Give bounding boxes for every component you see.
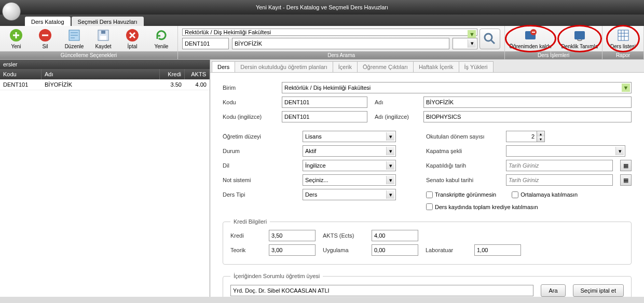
label-kredi: Kredi xyxy=(230,232,262,239)
module-tabs: Ders Katalog Seçmeli Ders Havuzları xyxy=(0,15,644,26)
ogretim-duzeyi-select[interactable]: Lisans▾ xyxy=(303,131,396,142)
label-dil: Dil xyxy=(223,162,295,169)
ders-tipi-select[interactable]: Ders▾ xyxy=(303,189,396,200)
refresh-icon xyxy=(154,28,169,43)
title-bar: Yeni Kayıt - Ders Katalog ve Seçmeli Der… xyxy=(0,0,644,15)
calendar-button[interactable]: ▦ xyxy=(620,174,632,186)
label-birim: Birim xyxy=(223,85,275,91)
search-type-select[interactable]: ▾ xyxy=(453,38,477,49)
spin-down-icon[interactable]: ▼ xyxy=(537,136,544,142)
tab-ogrenme-ciktilari[interactable]: Öğrenme Çıktıları xyxy=(357,61,414,72)
adi-input[interactable] xyxy=(423,97,632,108)
search-ad-input[interactable] xyxy=(232,38,449,49)
instructor-legend: İçeriğinden Sorumlu öğretim üyesi xyxy=(230,273,323,279)
window-title: Yeni Kayıt - Ders Katalog ve Seçmeli Der… xyxy=(256,4,388,10)
ribbon-group-label-report: Rapor xyxy=(602,51,643,59)
check-transkript[interactable]: Transkriptte görünmesin xyxy=(426,191,496,198)
kredi-legend: Kredi Bilgileri xyxy=(230,218,270,225)
chevron-down-icon: ▾ xyxy=(468,39,476,48)
label-adi: Adı xyxy=(375,99,416,105)
okutulan-donem-spinner[interactable]: ▲▼ xyxy=(506,131,545,142)
calendar-button[interactable]: ▦ xyxy=(620,160,632,171)
instructor-fieldset: İçeriğinden Sorumlu öğretim üyesi Ara Se… xyxy=(223,273,632,297)
kaydet-button[interactable]: Kaydet xyxy=(91,28,115,49)
tab-ogretim-planlari[interactable]: Dersin okutulduğu öğretim planları xyxy=(235,61,333,72)
chevron-down-icon: ▾ xyxy=(386,161,394,170)
svg-point-7 xyxy=(485,34,492,41)
label-senato-tarihi: Senato kabul tarihi xyxy=(426,177,499,183)
ders-listesi-button[interactable]: Ders listesi xyxy=(610,28,636,49)
label-not-sistemi: Not sistemi xyxy=(223,177,295,183)
kodu-en-input[interactable] xyxy=(282,111,367,122)
ogrenimden-kaldir-button[interactable]: Öğrenimden kaldır xyxy=(509,28,552,49)
tab-ders-katalog[interactable]: Ders Katalog xyxy=(25,17,71,26)
dil-select[interactable]: İngilizce▾ xyxy=(303,160,396,171)
grid-header-akts[interactable]: AKTS xyxy=(185,69,210,79)
svg-rect-11 xyxy=(618,30,628,40)
chevron-down-icon: ▾ xyxy=(386,132,394,141)
durum-select[interactable]: Aktif▾ xyxy=(303,145,396,157)
tab-secmeli-ders-havuzlari[interactable]: Seçmeli Ders Havuzları xyxy=(72,17,144,26)
yeni-button[interactable]: Yeni xyxy=(4,28,28,49)
detail-tabs: Ders Dersin okutulduğu öğretim planları … xyxy=(210,60,644,73)
ribbon-group-label-search: Ders Arama xyxy=(178,51,504,59)
kapatildigi-tarih-input[interactable] xyxy=(506,160,613,171)
chevron-down-icon: ▾ xyxy=(615,147,624,155)
instructor-search-button[interactable]: Ara xyxy=(541,284,565,297)
tab-icerik[interactable]: İçerik xyxy=(333,61,358,72)
tab-haftalik-icerik[interactable]: Haftalık İçerik xyxy=(413,61,459,72)
grid-header-kodu[interactable]: Kodu xyxy=(0,69,42,79)
grid-header: Kodu Adı Kredi AKTS xyxy=(0,69,210,79)
plus-circle-icon xyxy=(9,28,23,43)
ribbon: Yeni Sil Düzenle Kaydet İptal Yenile xyxy=(0,26,644,60)
iptal-button[interactable]: İptal xyxy=(120,28,144,49)
check-ortalama[interactable]: Ortalamaya katılmasın xyxy=(512,191,578,198)
kapatma-sekli-select[interactable]: ▾ xyxy=(506,145,625,157)
tab-ders[interactable]: Ders xyxy=(212,61,235,72)
adi-en-input[interactable] xyxy=(423,111,632,122)
label-durum: Durum xyxy=(223,148,295,154)
teorik-input[interactable] xyxy=(269,244,316,256)
chevron-down-icon: ▾ xyxy=(386,190,394,199)
spin-up-icon[interactable]: ▲ xyxy=(537,131,544,136)
table-report-icon xyxy=(616,28,631,43)
cancel-circle-icon xyxy=(125,28,140,43)
label-uygulama: Uygulama xyxy=(323,247,364,253)
minus-circle-icon xyxy=(38,28,52,43)
kredi-input[interactable] xyxy=(269,230,316,241)
instructor-input[interactable] xyxy=(230,285,533,296)
birim-combo[interactable]: Rektörlük / Diş Hekimliği Fakültesi ▼ xyxy=(282,82,632,93)
akts-input[interactable] xyxy=(372,230,418,241)
check-kredi[interactable]: Ders kaydında toplam krediye katılmasın xyxy=(426,203,538,210)
app-orb-button[interactable] xyxy=(2,2,21,21)
label-kapatma-sekli: Kapatma şekli xyxy=(426,148,499,154)
search-birim-combo[interactable]: Rektörlük / Diş Hekimliği Fakültesi ▼ xyxy=(182,29,477,36)
uygulama-input[interactable] xyxy=(372,244,418,256)
table-row[interactable]: DENT101 BİYOFİZİK 3.50 4.00 xyxy=(0,79,210,90)
kredi-bilgileri-fieldset: Kredi Bilgileri Kredi AKTS (Ects) Teorik… xyxy=(223,218,632,265)
chevron-down-icon: ▾ xyxy=(386,176,394,184)
calendar-icon: ▦ xyxy=(623,162,628,169)
search-kod-input[interactable] xyxy=(182,38,229,49)
label-akts: AKTS (Ects) xyxy=(323,232,364,239)
grid-header-adi[interactable]: Adı xyxy=(42,69,160,79)
search-icon xyxy=(483,32,497,46)
label-ders-tipi: Ders Tipi xyxy=(223,191,295,198)
svg-rect-5 xyxy=(101,31,105,34)
laboratuar-input[interactable] xyxy=(474,244,521,256)
save-icon xyxy=(96,28,111,43)
duzenle-button[interactable]: Düzenle xyxy=(62,28,86,49)
label-kapatildigi-tarih: Kapatıldığı tarih xyxy=(426,162,499,169)
search-button[interactable] xyxy=(479,29,500,49)
senato-tarihi-input[interactable] xyxy=(506,174,613,186)
sil-button[interactable]: Sil xyxy=(33,28,57,49)
not-sistemi-select[interactable]: Seçiniz...▾ xyxy=(303,174,396,186)
tab-is-yukleri[interactable]: İş Yükleri xyxy=(459,61,494,72)
denklik-tanimla-button[interactable]: Denklik Tanımla xyxy=(561,28,598,49)
label-ogretim-duzeyi: Öğretim düzeyi xyxy=(223,133,295,140)
instructor-clear-button[interactable]: Seçimi iptal et xyxy=(573,284,624,297)
yenile-button[interactable]: Yenile xyxy=(149,28,173,49)
grid-header-kredi[interactable]: Kredi xyxy=(160,69,185,79)
kodu-input[interactable] xyxy=(282,97,367,108)
calendar-icon: ▦ xyxy=(623,177,628,184)
